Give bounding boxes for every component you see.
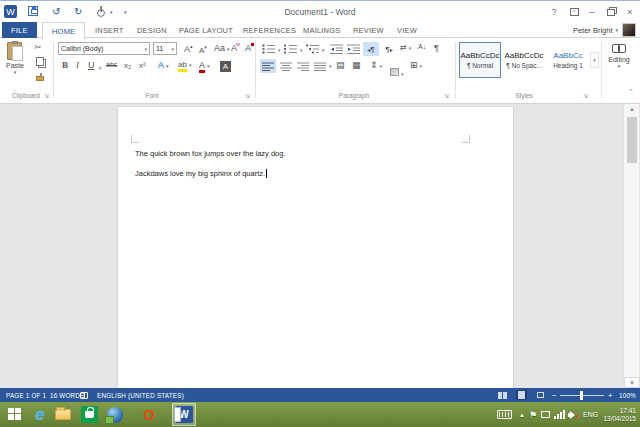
grid-settings-icon[interactable]: ▦ [352,60,361,70]
tab-page-layout[interactable]: PAGE LAYOUT [170,22,242,38]
page-count[interactable]: PAGE 1 OF 1 [6,388,46,402]
help-icon[interactable]: ? [544,1,564,23]
decrease-indent-icon[interactable] [330,44,343,54]
highlight-color-icon[interactable]: ab▾ [178,60,191,69]
language-indicator[interactable]: ENGLISH (UNITED STATES) [97,388,184,402]
tab-design[interactable]: DESIGN [128,22,176,38]
scrollbar-thumb[interactable] [627,117,637,163]
subscript-icon[interactable]: x₂ [124,61,131,70]
collapse-ribbon-icon[interactable]: ⌃ [628,88,634,96]
close-icon[interactable]: × [620,1,640,23]
taskbar-office-icon[interactable]: O [137,403,161,426]
styles-dialog-launcher-icon[interactable]: ⇲ [583,92,588,99]
font-size-select[interactable]: 11▾ [153,42,177,55]
clipboard-dialog-launcher-icon[interactable]: ⇲ [44,92,49,99]
taskbar-internet-explorer-icon[interactable]: e [28,403,52,426]
font-dialog-launcher-icon[interactable]: ⇲ [245,92,250,99]
user-avatar[interactable] [622,23,636,37]
zoom-slider[interactable] [560,388,604,402]
touch-keyboard-icon[interactable] [497,402,512,427]
redo-icon[interactable]: ↻ [74,1,82,23]
tab-insert[interactable]: INSERT [86,22,133,38]
italic-icon[interactable]: I [76,60,79,70]
zoom-percentage[interactable]: 100% [619,388,636,402]
clock[interactable]: 17:4113/04/2015 [603,402,636,427]
web-layout-icon[interactable] [535,390,546,400]
grow-font-icon[interactable]: A▴ [184,43,193,54]
rtl-direction-icon[interactable]: ¶▸ [382,42,396,56]
ltr-direction-icon[interactable]: ◂¶ [363,42,379,56]
underline-icon[interactable]: U [88,60,95,70]
multilevel-list-icon[interactable] [306,44,320,54]
numbered-list-dropdown-icon[interactable]: ▾ [300,47,303,53]
align-center-icon[interactable] [279,59,293,73]
shrink-font-icon[interactable]: A▾ [199,44,207,55]
show-hide-pilcrow-icon[interactable]: ¶ [434,43,439,53]
align-right-icon[interactable] [296,59,310,73]
multilevel-list-dropdown-icon[interactable]: ▾ [322,47,325,53]
input-language-indicator[interactable]: ENG [583,402,598,427]
taskbar-store-icon[interactable] [77,403,101,426]
format-painter-icon[interactable] [36,76,44,81]
justify-icon[interactable] [313,59,327,73]
zoom-in-icon[interactable]: + [608,388,613,402]
taskbar-app-globe-icon[interactable] [103,403,127,426]
read-mode-icon[interactable] [497,390,508,400]
shading-bucket-icon[interactable]: ▾ [390,62,404,80]
bullet-list-dropdown-icon[interactable]: ▾ [278,47,281,53]
copy-icon[interactable] [36,57,44,66]
tab-mailings[interactable]: MAILINGS [294,22,349,38]
scroll-up-icon[interactable]: ▲ [624,104,640,115]
numbered-list-icon[interactable] [284,44,298,54]
phonetic-guide-icon[interactable]: A [245,43,254,53]
align-left-icon[interactable] [260,59,276,73]
strikethrough-icon[interactable]: abc [106,61,117,68]
underline-dropdown-icon[interactable]: ▾ [99,65,102,71]
justify-dropdown-icon[interactable]: ▾ [329,63,332,69]
increase-indent-icon[interactable] [347,44,360,54]
volume-muted-icon[interactable]: × [568,402,578,427]
document-text-line2[interactable]: Jackdaws love my big sphinx of quartz. [135,169,267,178]
minimize-icon[interactable]: – [582,1,602,23]
paragraph-dialog-launcher-icon[interactable]: ⇲ [444,92,449,99]
clear-formatting-icon[interactable]: A [231,43,240,53]
paste-button[interactable]: Paste ▾ [6,42,24,75]
zoom-slider-thumb[interactable] [580,391,583,400]
taskbar-file-explorer-icon[interactable] [51,403,75,426]
sort-icon[interactable]: A↓ [418,43,426,50]
bullet-list-icon[interactable] [262,44,276,54]
text-effects-icon[interactable]: A▾ [158,60,169,70]
document-page[interactable]: The quick brown fox jumps over the lazy … [118,107,513,388]
print-layout-icon[interactable] [516,390,527,400]
styles-gallery-more-icon[interactable]: ▾ [590,52,599,68]
line-spacing-icon[interactable]: ⇕▾ [370,60,382,70]
hardware-icon[interactable] [541,402,550,427]
qat-customize-icon[interactable]: ▾ [124,9,127,15]
tab-view[interactable]: VIEW [388,22,426,38]
distribute-icon[interactable]: ▤ [336,60,345,70]
zoom-out-icon[interactable]: − [552,388,557,402]
document-text-line1[interactable]: The quick brown fox jumps over the lazy … [135,149,286,158]
tab-home[interactable]: HOME [42,22,85,39]
proofing-icon[interactable] [80,388,88,402]
network-icon[interactable] [554,402,565,427]
font-color-icon[interactable]: A▾ [199,60,210,70]
touch-mode-dropdown-icon[interactable]: ▾ [110,9,113,15]
editing-button[interactable]: Editing ▾ [606,44,632,69]
signed-in-user[interactable]: Peter Bright ▾ [573,22,618,38]
style-no-spacing[interactable]: AaBbCcDc ¶ No Spac... [503,42,545,78]
character-scaling-icon[interactable]: ⇄▾ [400,43,411,52]
scroll-down-icon[interactable]: ▼ [624,377,640,388]
borders-icon[interactable]: ⊞▾ [410,60,422,70]
style-normal[interactable]: AaBbCcDc ¶ Normal [459,42,501,78]
cut-icon[interactable]: ✂ [34,42,42,52]
vertical-scrollbar[interactable]: ▲ ▼ [623,104,639,388]
character-shading-icon[interactable]: A [220,61,231,72]
ribbon-display-options-icon[interactable]: ^ [564,1,584,23]
start-button[interactable] [3,403,27,426]
restore-icon[interactable] [601,1,621,23]
action-center-flag-icon[interactable]: ⚑ [529,402,537,427]
superscript-icon[interactable]: x² [139,61,146,70]
bold-icon[interactable]: B [62,60,68,70]
font-name-select[interactable]: Calibri (Body)▾ [58,42,150,55]
